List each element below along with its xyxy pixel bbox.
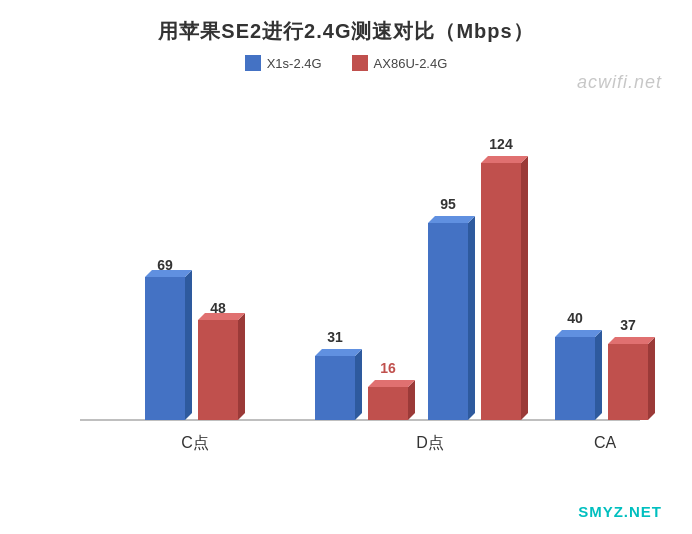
svg-marker-31: [608, 344, 648, 420]
svg-text:124: 124: [489, 136, 513, 152]
svg-marker-12: [315, 349, 362, 356]
svg-marker-24: [481, 156, 528, 163]
bar-d-sub-blue: 31: [315, 329, 362, 420]
svg-marker-22: [481, 163, 521, 420]
svg-text:69: 69: [157, 257, 173, 273]
bar-ca-blue: 40: [555, 310, 602, 420]
bar-d-blue: 95: [428, 196, 475, 420]
svg-marker-18: [428, 223, 468, 420]
legend-color-red: [352, 55, 368, 71]
svg-marker-15: [408, 380, 415, 420]
svg-marker-11: [355, 349, 362, 420]
svg-text:C点: C点: [181, 434, 209, 451]
chart-legend: X1s-2.4G AX86U-2.4G: [0, 55, 692, 71]
watermark-acwifi: acwifi.net: [577, 72, 662, 93]
bar-c-red: 48: [198, 300, 245, 420]
svg-marker-16: [368, 380, 415, 387]
svg-marker-32: [648, 337, 655, 420]
svg-marker-33: [608, 337, 655, 344]
svg-marker-27: [555, 337, 595, 420]
svg-marker-23: [521, 156, 528, 420]
svg-marker-5: [198, 320, 238, 420]
bar-d-sub-red: 16: [368, 360, 415, 420]
svg-text:16: 16: [380, 360, 396, 376]
bar-d-red: 124: [481, 136, 528, 420]
svg-marker-20: [428, 216, 475, 223]
chart-title: 用苹果SE2进行2.4G测速对比（Mbps）: [0, 0, 692, 45]
svg-marker-10: [315, 356, 355, 420]
svg-marker-19: [468, 216, 475, 420]
svg-text:40: 40: [567, 310, 583, 326]
legend-color-blue: [245, 55, 261, 71]
chart-svg: 69 48 C点 31 16: [50, 110, 660, 470]
svg-text:48: 48: [210, 300, 226, 316]
svg-text:95: 95: [440, 196, 456, 212]
svg-text:D点: D点: [416, 434, 444, 451]
legend-item-red: AX86U-2.4G: [352, 55, 448, 71]
watermark-smyz: SMYZ.NET: [578, 503, 662, 520]
bar-c-blue: 69: [145, 257, 192, 420]
svg-text:31: 31: [327, 329, 343, 345]
svg-marker-6: [238, 313, 245, 420]
legend-item-blue: X1s-2.4G: [245, 55, 322, 71]
svg-text:37: 37: [620, 317, 636, 333]
bar-ca-red: 37: [608, 317, 655, 420]
svg-marker-1: [145, 277, 185, 420]
legend-label-blue: X1s-2.4G: [267, 56, 322, 71]
chart-container: 用苹果SE2进行2.4G测速对比（Mbps） X1s-2.4G AX86U-2.…: [0, 0, 692, 534]
svg-marker-28: [595, 330, 602, 420]
svg-marker-14: [368, 387, 408, 420]
svg-text:CA: CA: [594, 434, 617, 451]
svg-marker-29: [555, 330, 602, 337]
svg-marker-2: [185, 270, 192, 420]
legend-label-red: AX86U-2.4G: [374, 56, 448, 71]
